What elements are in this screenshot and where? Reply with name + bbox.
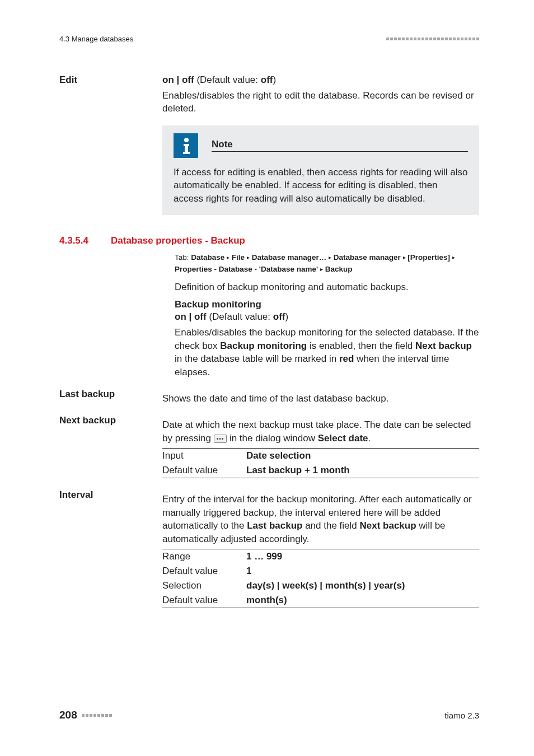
interval-section: Interval Entry of the interval for the b… (59, 489, 479, 609)
last-backup-label: Last backup (59, 389, 149, 400)
next-backup-label: Next backup (59, 415, 149, 426)
table-row: Default value month(s) (162, 593, 479, 608)
backup-monitoring-onoff: on | off (Default value: off) (175, 311, 479, 323)
edit-section: Edit on | off (Default value: off) Enabl… (59, 74, 479, 231)
svg-rect-3 (183, 152, 190, 154)
svg-point-0 (184, 138, 189, 142)
next-backup-section: Next backup Date at which the next backu… (59, 415, 479, 479)
running-head-left: 4.3 Manage databases (59, 35, 133, 43)
table-row: Default value Last backup + 1 month (162, 463, 479, 478)
section-number: 4.3.5.4 (59, 235, 99, 246)
note-title: Note (212, 139, 233, 150)
backup-monitoring-desc: Enables/disables the backup monitoring f… (175, 326, 479, 379)
table-row: Default value 1 (162, 564, 479, 578)
onoff-values: on | off (162, 74, 194, 85)
section-heading: 4.3.5.4 Database properties - Backup (59, 235, 479, 246)
note-header: Note (174, 133, 468, 158)
page: 4.3 Manage databases Edit on | off (Defa… (0, 0, 534, 756)
backup-monitoring-heading: Backup monitoring (175, 299, 479, 310)
interval-label: Interval (59, 489, 149, 501)
tab-path: Tab: Database ▸ File ▸ Database manager…… (175, 252, 479, 275)
info-icon (174, 133, 198, 158)
section-title: Database properties - Backup (111, 235, 245, 246)
note-body: If access for editing is enabled, then a… (174, 166, 468, 205)
edit-onoff: on | off (Default value: off) (162, 74, 479, 86)
table-row: Input Date selection (162, 449, 479, 464)
last-backup-text: Shows the date and time of the last data… (162, 392, 479, 405)
edit-label: Edit (59, 74, 149, 86)
next-backup-table: Input Date selection Default value Last … (162, 448, 479, 478)
edit-description: Enables/disables the right to edit the d… (162, 89, 479, 115)
page-number: 208 (59, 709, 77, 721)
svg-rect-2 (185, 144, 188, 153)
table-row: Range 1 … 999 (162, 549, 479, 564)
last-backup-section: Last backup Shows the date and time of t… (59, 389, 479, 415)
running-head: 4.3 Manage databases (59, 35, 479, 43)
section-intro: Definition of backup monitoring and auto… (175, 281, 479, 293)
note-box: Note If access for editing is enabled, t… (162, 125, 479, 215)
next-backup-text: Date at which the next backup must take … (162, 418, 479, 445)
section-body: Tab: Database ▸ File ▸ Database manager…… (59, 250, 479, 389)
ellipsis-icon: ••• (214, 435, 227, 443)
footer-decoration (82, 714, 112, 717)
page-footer: 208 tiamo 2.3 (59, 709, 479, 721)
table-row: Selection day(s) | week(s) | month(s) | … (162, 578, 479, 593)
footer-right: tiamo 2.3 (444, 711, 479, 720)
interval-text: Entry of the interval for the backup mon… (162, 493, 479, 545)
header-decoration (386, 38, 479, 40)
interval-table: Range 1 … 999 Default value 1 Selection … (162, 549, 479, 608)
